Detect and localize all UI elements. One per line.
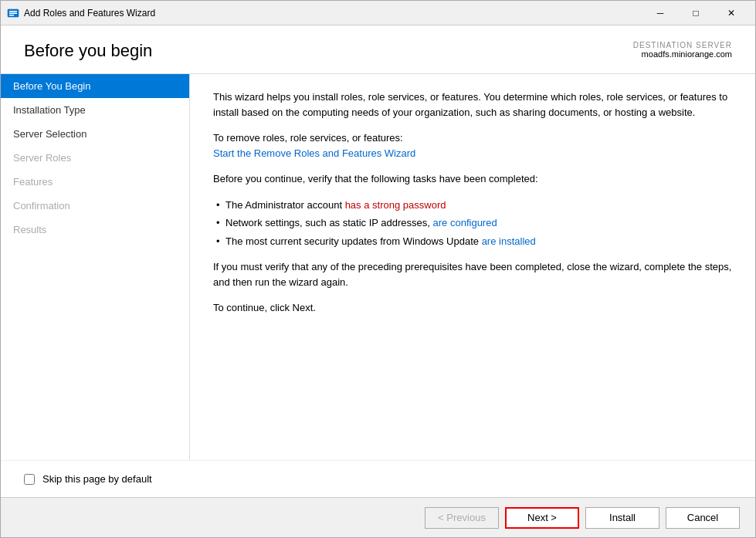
svg-rect-2 — [9, 12, 17, 14]
continue-paragraph: To continue, click Next. — [213, 300, 732, 316]
minimize-button[interactable]: ─ — [642, 1, 678, 25]
remove-label: To remove roles, role services, or featu… — [213, 132, 403, 144]
sidebar-item-installation-type[interactable]: Installation Type — [1, 98, 189, 122]
svg-rect-1 — [9, 11, 17, 12]
destination-label: DESTINATION SERVER — [633, 41, 732, 49]
cancel-button[interactable]: Cancel — [666, 507, 740, 529]
verify-paragraph: Before you continue, verify that the fol… — [213, 171, 732, 187]
bullet-item-1: The Administrator account has a strong p… — [213, 198, 732, 213]
destination-server: DESTINATION SERVER moadfs.miniorange.com — [633, 41, 732, 59]
header: Before you begin DESTINATION SERVER moad… — [1, 25, 755, 73]
titlebar: Add Roles and Features Wizard ─ □ ✕ — [1, 1, 755, 25]
titlebar-icon — [7, 7, 19, 19]
skip-checkbox[interactable] — [24, 474, 35, 485]
svg-rect-3 — [9, 15, 14, 16]
titlebar-controls: ─ □ ✕ — [642, 1, 749, 25]
titlebar-title: Add Roles and Features Wizard — [24, 8, 642, 19]
sidebar-item-server-roles: Server Roles — [1, 146, 189, 170]
skip-area: Skip this page by default — [1, 460, 755, 497]
server-name: moadfs.miniorange.com — [633, 49, 732, 59]
install-button[interactable]: Install — [585, 507, 659, 529]
maximize-button[interactable]: □ — [678, 1, 714, 25]
sidebar-item-confirmation: Confirmation — [1, 194, 189, 218]
remove-link[interactable]: Start the Remove Roles and Features Wiza… — [213, 147, 415, 159]
close-button[interactable]: ✕ — [714, 1, 749, 25]
sidebar: Before You Begin Installation Type Serve… — [1, 74, 190, 460]
footer: < Previous Next > Install Cancel — [1, 497, 755, 537]
page-title: Before you begin — [24, 41, 152, 61]
main-content: Before you begin DESTINATION SERVER moad… — [1, 25, 755, 497]
bullet-item-3: The most current security updates from W… — [213, 234, 732, 249]
next-button[interactable]: Next > — [505, 507, 579, 529]
previous-button[interactable]: < Previous — [425, 507, 499, 529]
intro-paragraph: This wizard helps you install roles, rol… — [213, 90, 732, 120]
window: Add Roles and Features Wizard ─ □ ✕ Befo… — [0, 0, 756, 538]
bullet-item-2: Network settings, such as static IP addr… — [213, 215, 732, 231]
bullet-list: The Administrator account has a strong p… — [213, 198, 732, 249]
remove-paragraph: To remove roles, role services, or featu… — [213, 130, 732, 161]
sidebar-item-server-selection[interactable]: Server Selection — [1, 122, 189, 146]
sidebar-item-results: Results — [1, 218, 189, 242]
skip-label[interactable]: Skip this page by default — [42, 473, 152, 485]
sidebar-item-features: Features — [1, 170, 189, 194]
warning-paragraph: If you must verify that any of the prece… — [213, 259, 732, 289]
content-area: This wizard helps you install roles, rol… — [190, 74, 755, 460]
body: Before You Begin Installation Type Serve… — [1, 73, 755, 460]
sidebar-item-before-you-begin[interactable]: Before You Begin — [1, 74, 189, 98]
